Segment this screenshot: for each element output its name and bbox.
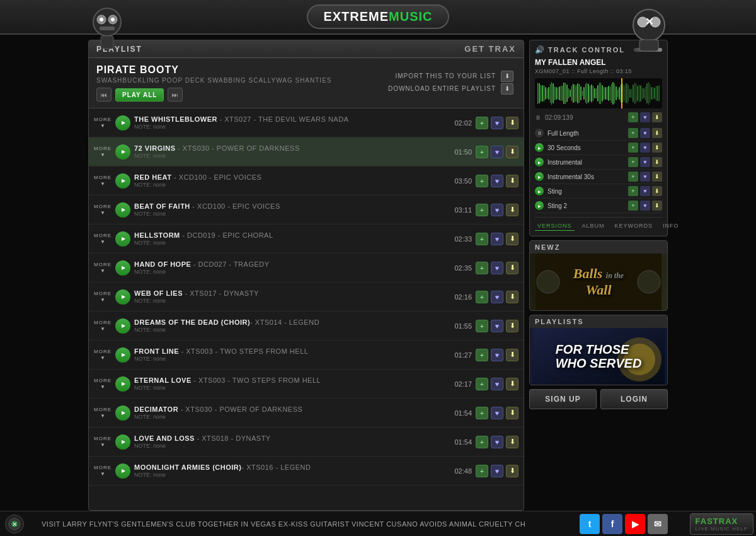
track-add-button[interactable]: +	[476, 378, 488, 390]
track-fav-button[interactable]: ♥	[491, 349, 503, 361]
version-add-btn[interactable]: +	[628, 157, 638, 167]
track-fav-button[interactable]: ♥	[491, 233, 503, 245]
track-add-button[interactable]: +	[476, 291, 488, 303]
version-play-button[interactable]	[535, 201, 544, 210]
track-play-button[interactable]	[115, 231, 130, 247]
track-add-button[interactable]: +	[476, 117, 488, 129]
track-download-button[interactable]: ⬇	[506, 291, 518, 303]
track-download-button[interactable]: ⬇	[506, 175, 518, 187]
version-add-btn[interactable]: +	[628, 128, 638, 138]
newz-image[interactable]: Balls in the Wall	[530, 253, 667, 310]
login-button[interactable]: LOGIN	[600, 389, 668, 409]
more-button[interactable]: MORE ▼	[94, 233, 112, 245]
next-button[interactable]: ⏭	[168, 88, 183, 102]
version-fav-btn[interactable]: ♥	[640, 186, 650, 196]
tc-tab[interactable]: KEYWORDS	[612, 221, 656, 231]
more-button[interactable]: MORE ▼	[94, 117, 112, 129]
facebook-icon[interactable]: f	[602, 514, 622, 534]
pause-icon[interactable]: ⏸	[535, 114, 541, 121]
more-button[interactable]: MORE ▼	[94, 291, 112, 303]
track-play-button[interactable]	[115, 347, 130, 363]
track-add-button[interactable]: +	[476, 175, 488, 187]
tc-add-btn[interactable]: +	[628, 112, 638, 122]
tc-tab[interactable]: INFO	[660, 221, 682, 231]
track-fav-button[interactable]: ♥	[491, 204, 503, 216]
track-download-button[interactable]: ⬇	[506, 320, 518, 332]
track-download-button[interactable]: ⬇	[506, 262, 518, 274]
download-button[interactable]: ⬇	[501, 83, 513, 95]
track-download-button[interactable]: ⬇	[506, 378, 518, 390]
version-dl-btn[interactable]: ⬇	[652, 157, 662, 167]
track-download-button[interactable]: ⬇	[506, 465, 518, 477]
version-add-btn[interactable]: +	[628, 172, 638, 182]
track-play-button[interactable]	[115, 202, 130, 218]
track-download-button[interactable]: ⬇	[506, 146, 518, 158]
twitter-icon[interactable]: t	[580, 514, 600, 534]
prev-button[interactable]: ⏮	[96, 88, 112, 102]
email-icon[interactable]: ✉	[648, 514, 668, 534]
version-fav-btn[interactable]: ♥	[640, 172, 650, 182]
more-button[interactable]: MORE ▼	[94, 146, 112, 158]
track-download-button[interactable]: ⬇	[506, 233, 518, 245]
more-button[interactable]: MORE ▼	[94, 407, 112, 419]
version-play-button[interactable]	[535, 158, 544, 166]
track-download-button[interactable]: ⬇	[506, 407, 518, 419]
more-button[interactable]: MORE ▼	[94, 204, 112, 216]
version-fav-btn[interactable]: ♥	[640, 143, 650, 153]
track-fav-button[interactable]: ♥	[491, 407, 503, 419]
track-add-button[interactable]: +	[476, 349, 488, 361]
track-play-button[interactable]	[115, 260, 130, 276]
tc-tab[interactable]: VERSIONS	[535, 221, 575, 231]
track-play-button[interactable]	[115, 173, 130, 189]
track-fav-button[interactable]: ♥	[491, 262, 503, 274]
more-button[interactable]: MORE ▼	[94, 320, 112, 332]
version-fav-btn[interactable]: ♥	[640, 128, 650, 138]
track-fav-button[interactable]: ♥	[491, 436, 503, 448]
more-button[interactable]: MORE ▼	[94, 349, 112, 361]
version-fav-btn[interactable]: ♥	[640, 157, 650, 167]
track-download-button[interactable]: ⬇	[506, 204, 518, 216]
track-play-button[interactable]	[115, 463, 130, 479]
version-play-button[interactable]	[535, 172, 544, 181]
version-add-btn[interactable]: +	[628, 186, 638, 196]
track-play-button[interactable]	[115, 144, 130, 160]
more-button[interactable]: MORE ▼	[94, 465, 112, 477]
version-dl-btn[interactable]: ⬇	[652, 201, 662, 211]
more-button[interactable]: MORE ▼	[94, 378, 112, 390]
tc-fav-btn[interactable]: ♥	[640, 112, 650, 122]
version-add-btn[interactable]: +	[628, 201, 638, 211]
version-play-button[interactable]	[535, 143, 544, 152]
track-play-button[interactable]	[115, 434, 130, 450]
track-play-button[interactable]	[115, 405, 130, 421]
version-pause-button[interactable]: ⏸	[535, 129, 544, 137]
version-dl-btn[interactable]: ⬇	[652, 186, 662, 196]
waveform[interactable]	[535, 78, 662, 108]
playlist-thumbnail[interactable]: FOR THOSEWHO SERVED	[530, 328, 667, 385]
track-fav-button[interactable]: ♥	[491, 378, 503, 390]
version-add-btn[interactable]: +	[628, 143, 638, 153]
more-button[interactable]: MORE ▼	[94, 436, 112, 448]
version-dl-btn[interactable]: ⬇	[652, 172, 662, 182]
track-fav-button[interactable]: ♥	[491, 320, 503, 332]
track-add-button[interactable]: +	[476, 407, 488, 419]
tc-tab[interactable]: ALBUM	[580, 221, 607, 231]
track-play-button[interactable]	[115, 376, 130, 392]
track-play-button[interactable]	[115, 115, 130, 131]
track-add-button[interactable]: +	[476, 146, 488, 158]
track-download-button[interactable]: ⬇	[506, 349, 518, 361]
track-play-button[interactable]	[115, 289, 130, 305]
track-download-button[interactable]: ⬇	[506, 436, 518, 448]
track-add-button[interactable]: +	[476, 204, 488, 216]
import-button[interactable]: ⬇	[501, 71, 513, 82]
fastrax-button[interactable]: FASTRAX LIVE MUSIC HELP	[690, 513, 753, 535]
version-dl-btn[interactable]: ⬇	[652, 128, 662, 138]
track-add-button[interactable]: +	[476, 465, 488, 477]
track-download-button[interactable]: ⬇	[506, 117, 518, 129]
track-fav-button[interactable]: ♥	[491, 146, 503, 158]
track-fav-button[interactable]: ♥	[491, 291, 503, 303]
track-fav-button[interactable]: ♥	[491, 465, 503, 477]
track-fav-button[interactable]: ♥	[491, 117, 503, 129]
track-play-button[interactable]	[115, 318, 130, 334]
track-add-button[interactable]: +	[476, 262, 488, 274]
track-fav-button[interactable]: ♥	[491, 175, 503, 187]
